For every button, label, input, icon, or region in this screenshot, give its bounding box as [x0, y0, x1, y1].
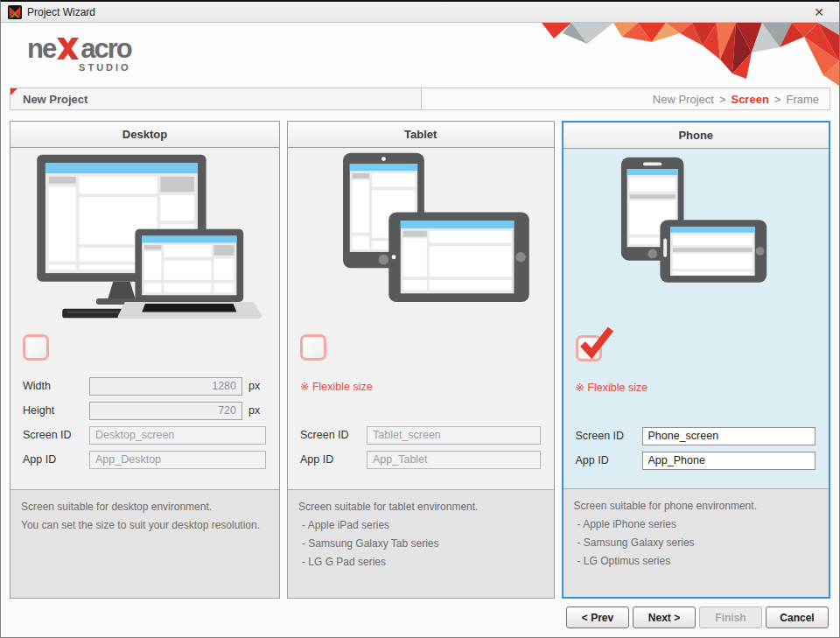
desc-item: - LG Optimus series: [574, 552, 819, 571]
nav-strip: New Project New Project > Screen > Frame: [10, 88, 830, 110]
screen-id-label: Screen ID: [300, 429, 367, 441]
close-icon[interactable]: ✕: [806, 4, 832, 21]
screen-id-label: Screen ID: [576, 430, 642, 442]
height-input: [89, 402, 242, 420]
tablet-form: ※ Flexible size Screen ID App ID: [288, 376, 554, 474]
app-id-label: App ID: [576, 454, 642, 466]
cancel-button[interactable]: Cancel: [766, 606, 829, 628]
nexacro-app-icon: [8, 5, 22, 19]
window-title: Project Wizard: [27, 6, 806, 18]
breadcrumb: New Project > Screen > Frame: [422, 88, 831, 110]
height-unit: px: [248, 404, 266, 417]
panel-tablet[interactable]: Tablet: [287, 121, 555, 599]
desc-line: Screen suitable for phone environment.: [574, 497, 819, 515]
phone-checkbox-row: [564, 328, 830, 363]
tablet-app-id-input: [367, 451, 541, 469]
wizard-footer: < Prev Next > Finish Cancel: [11, 606, 829, 628]
tablet-description: Screen suitable for tablet environment. …: [288, 489, 554, 598]
phone-flexible-size-note: ※ Flexible size: [576, 377, 816, 396]
desktop-checkbox-row: [10, 327, 279, 362]
desktop-app-id-input: [89, 451, 266, 469]
panel-phone-title: Phone: [678, 129, 713, 142]
logo-x-icon: [56, 38, 80, 60]
tab-new-project[interactable]: New Project: [10, 88, 422, 110]
next-button[interactable]: Next >: [633, 606, 696, 628]
desc-line: You can set the size to suit your deskto…: [21, 516, 269, 535]
width-label: Width: [23, 380, 89, 392]
breadcrumb-step-new-project: New Project: [653, 93, 714, 106]
desc-item: - Samsung Galaxy series: [574, 534, 819, 552]
desc-item: - LG G Pad series: [298, 553, 543, 571]
panel-tablet-title: Tablet: [404, 128, 437, 141]
desc-item: - Apple iPad series: [298, 516, 543, 535]
tab-new-project-label: New Project: [23, 93, 88, 106]
tab-corner-marker: [10, 88, 18, 95]
title-bar[interactable]: Project Wizard ✕: [1, 2, 839, 23]
finish-button: Finish: [699, 606, 762, 628]
desktop-form: Width px Height px Screen ID App ID: [10, 376, 279, 474]
phone-illustration: [564, 149, 830, 328]
phone-screen-id-input[interactable]: [642, 427, 816, 445]
phone-description: Screen suitable for phone environment. -…: [564, 488, 830, 597]
polygon-banner-art: [542, 23, 839, 86]
app-id-label: App ID: [23, 453, 89, 466]
logo-subtext: STUDIO: [27, 63, 131, 73]
desktop-checkbox-unchecked[interactable]: [23, 334, 49, 361]
logo-text-acro: acro: [80, 35, 130, 62]
width-input: [89, 377, 242, 396]
logo-text-ne: ne: [27, 35, 55, 62]
width-unit: px: [248, 380, 266, 392]
panel-phone[interactable]: Phone: [562, 121, 831, 599]
breadcrumb-separator: >: [774, 93, 781, 106]
breadcrumb-separator: >: [719, 93, 726, 106]
panel-desktop-title: Desktop: [122, 128, 167, 141]
panel-desktop-header: Desktop: [10, 122, 279, 148]
phone-app-id-input[interactable]: [642, 452, 816, 470]
project-wizard-dialog: Project Wizard ✕ ne acro STUDIO: [0, 0, 840, 638]
checkmark-icon: [576, 325, 614, 361]
panel-phone-header: Phone: [564, 123, 830, 149]
tablet-flexible-size-note: ※ Flexible size: [300, 376, 541, 396]
desktop-screen-id-input: [89, 426, 266, 445]
breadcrumb-step-screen: Screen: [731, 93, 768, 106]
nexacro-logo: ne acro STUDIO: [27, 35, 131, 73]
phone-form: ※ Flexible size Screen ID App ID: [564, 377, 830, 475]
panel-desktop[interactable]: Desktop: [10, 121, 280, 599]
desc-item: - Apple iPhone series: [574, 515, 819, 534]
screen-type-panels: Desktop: [10, 121, 830, 599]
desc-item: - Samsung Galaxy Tab series: [298, 535, 543, 553]
wizard-header: ne acro STUDIO: [1, 23, 839, 88]
desc-line: Screen suitable for desktop environment.: [21, 498, 269, 516]
desktop-illustration: [10, 148, 279, 327]
desc-line: Screen suitable for tablet environment.: [298, 498, 543, 516]
height-label: Height: [23, 404, 89, 417]
app-id-label: App ID: [300, 453, 367, 466]
panel-tablet-header: Tablet: [288, 122, 554, 148]
tablet-illustration: [288, 148, 554, 327]
tablet-screen-id-input: [367, 426, 541, 445]
prev-button[interactable]: < Prev: [566, 606, 629, 628]
phone-checkbox-checked[interactable]: [576, 335, 602, 361]
screen-id-label: Screen ID: [23, 429, 89, 441]
breadcrumb-step-frame: Frame: [786, 93, 819, 106]
tablet-checkbox-row: [288, 327, 554, 362]
desktop-description: Screen suitable for desktop environment.…: [10, 489, 279, 598]
tablet-checkbox-unchecked[interactable]: [300, 334, 326, 361]
